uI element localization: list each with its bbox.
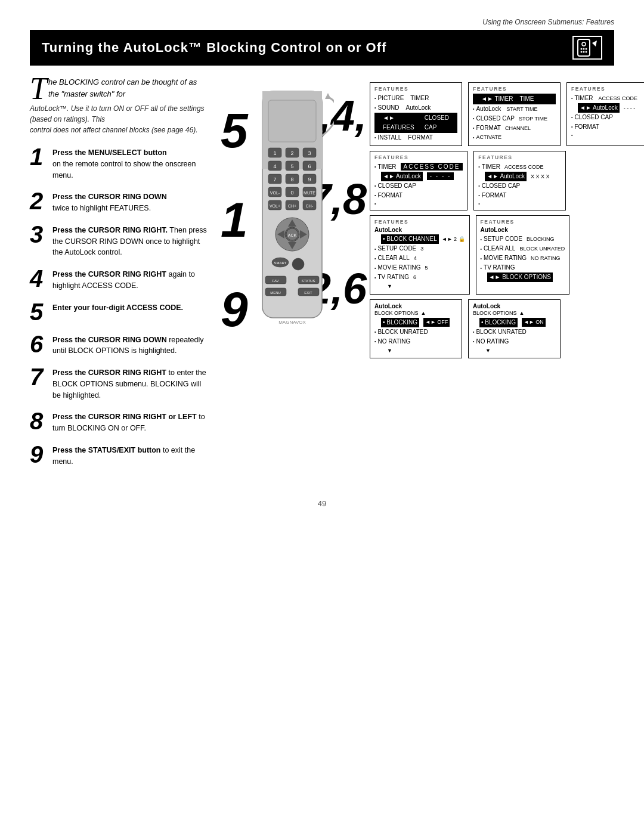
panel7-block-opts: ◄► BLOCK OPTIONS xyxy=(481,272,565,282)
intro-line3: control does not affect channel blocks (… xyxy=(30,125,209,135)
step-1: 1 Press the MENU/SELECT button on the re… xyxy=(30,145,209,181)
panel8-autolock: AutoLock xyxy=(374,303,457,309)
svg-text:STATUS: STATUS xyxy=(302,279,315,283)
step-num-5: 5 xyxy=(30,300,47,324)
title-bar: Turning the AutoLock™ Blocking Control o… xyxy=(30,30,614,66)
step-bold-4: Press the CURSOR RING RIGHT xyxy=(52,270,166,278)
panels-row4: AutoLock BLOCK OPTIONS ▲ • BLOCKING ◄► O… xyxy=(370,299,644,358)
step-8: 8 Press the CURSOR RING RIGHT or LEFT to… xyxy=(30,409,209,434)
svg-point-5 xyxy=(581,51,583,53)
panel5-autolock: ◄► AutoLock X X X X xyxy=(478,172,561,181)
panel4-autolock: ◄► AutoLock - - - - xyxy=(374,172,463,181)
panel9-blocking: • BLOCKING ◄► ON xyxy=(473,318,556,327)
step-text-3: Press the CURSOR RING RIGHT. Then press … xyxy=(52,222,209,258)
panel6-down-arrow: ▼ xyxy=(374,282,465,290)
svg-text:1: 1 xyxy=(273,150,276,156)
step-num-2: 2 xyxy=(30,189,47,213)
step-text-8: Press the CURSOR RING RIGHT or LEFT to t… xyxy=(52,409,209,434)
step-2: 2 Press the CURSOR RING DOWN twice to hi… xyxy=(30,189,209,214)
page: Using the Onscreen Submenus: Features Tu… xyxy=(0,0,644,833)
panel7-setup: SETUP CODEBLOCKING xyxy=(481,234,565,244)
step-6: 6 Press the CURSOR RING DOWN repeatedly … xyxy=(30,332,209,357)
panel-blocking-on: AutoLock BLOCK OPTIONS ▲ • BLOCKING ◄► O… xyxy=(468,299,561,358)
panel4-blank xyxy=(374,200,463,207)
panel6-block-channel: • BLOCK CHANNEL ◄► 2 🔒 xyxy=(374,234,465,244)
panels-row2: FEATURES TIMER ACCESS CODE ◄► AutoLock -… xyxy=(370,151,644,210)
panel-access-code: FEATURES TIMERACCESS CODE ◄► AutoLock- -… xyxy=(566,82,644,146)
step-bold-9: Press the STATUS/EXIT button xyxy=(52,446,161,454)
panel2-blank: ACTIVATE xyxy=(473,133,556,141)
panel5-timer: TIMER ACCESS CODE xyxy=(478,162,561,172)
step-text-9: Press the STATUS/EXIT button to exit the… xyxy=(52,442,209,467)
svg-point-7 xyxy=(586,51,587,53)
panel3-blank xyxy=(571,132,644,138)
svg-point-2 xyxy=(581,48,583,50)
panel-blocking-off: AutoLock BLOCK OPTIONS ▲ • BLOCKING ◄► O… xyxy=(370,299,462,358)
step-normal-2: twice to highlight FEATURES. xyxy=(52,204,151,212)
panel-block-options: FEATURES AutoLock SETUP CODEBLOCKING CLE… xyxy=(476,215,570,294)
panel3-autolock: ◄► AutoLock- - - - xyxy=(571,103,644,113)
step-5: 5 Enter your four-digit ACCESS CODE. xyxy=(30,300,209,324)
step-bold-1: Press the MENU/SELECT button xyxy=(52,148,167,157)
svg-point-3 xyxy=(583,48,585,50)
remote-section: 5 1 9 3,4, 7,8 2,6 MAGNAVOX xyxy=(215,88,370,340)
step-bold-5: Enter your four-digit ACCESS CODE. xyxy=(52,304,183,312)
remote-image: MAGNAVOX 1 2 3 4 5 xyxy=(250,88,334,340)
step-4: 4 Press the CURSOR RING RIGHT again to h… xyxy=(30,267,209,292)
step-text-2: Press the CURSOR RING DOWN twice to high… xyxy=(52,189,167,214)
panel4-timer: TIMER ACCESS CODE xyxy=(374,162,463,172)
svg-text:ACK: ACK xyxy=(288,233,297,237)
svg-text:0: 0 xyxy=(290,190,293,196)
svg-point-6 xyxy=(583,51,585,53)
svg-point-4 xyxy=(586,48,587,50)
step-num-3: 3 xyxy=(30,222,47,246)
step-num-7: 7 xyxy=(30,365,47,389)
panel3-format: FORMAT xyxy=(571,122,644,132)
svg-text:SMART: SMART xyxy=(274,261,287,265)
panel4-title: FEATURES xyxy=(374,154,463,160)
svg-point-52 xyxy=(292,258,304,270)
panel4-closed: CLOSED CAP xyxy=(374,181,463,191)
svg-text:9: 9 xyxy=(308,176,311,182)
svg-rect-0 xyxy=(578,39,590,56)
intro-line2: AutoLock™. Use it to turn ON or OFF all … xyxy=(30,103,209,125)
panel8-block-options-label: BLOCK OPTIONS ▲ xyxy=(374,310,457,316)
panel5-blank xyxy=(478,200,561,207)
panel9-no-rating: NO RATING xyxy=(473,337,556,346)
panel-code-x: FEATURES TIMER ACCESS CODE ◄► AutoLock X… xyxy=(473,151,566,210)
intro-text: T he BLOCKING control can be thought of … xyxy=(30,76,209,135)
panel2-timer: ◄► TIMERTIME xyxy=(473,94,556,104)
step-bold-8: Press the CURSOR RING RIGHT or LEFT xyxy=(52,413,197,421)
access-code-label: ACCESS CODE xyxy=(401,163,463,171)
step-num-1: 1 xyxy=(30,145,47,169)
panel5-format: FORMAT xyxy=(478,191,561,200)
panel6-subtitle: AutoLock xyxy=(374,227,465,233)
panels-row1: FEATURES PICTURETIMER SOUNDAutoLock ◄► F… xyxy=(370,82,644,146)
panel7-clear: CLEAR ALLBLOCK UNRATED xyxy=(481,244,565,253)
svg-marker-62 xyxy=(325,93,331,99)
svg-text:EXIT: EXIT xyxy=(304,291,312,295)
panel8-down: ▼ xyxy=(374,346,457,355)
svg-text:MENU: MENU xyxy=(270,291,281,295)
step-text-7: Press the CURSOR RING RIGHT to enter the… xyxy=(52,365,209,401)
dashes-value: - - - - xyxy=(427,172,454,180)
panel6-movie: MOVIE RATING5 xyxy=(374,263,465,272)
intro-line1: he BLOCKING control can be thought of as… xyxy=(48,78,197,98)
svg-text:FAV: FAV xyxy=(273,279,279,283)
panel6-tv: TV RATING6 xyxy=(374,272,465,282)
step-bold-2: Press the CURSOR RING DOWN xyxy=(52,193,167,201)
panel2-format: FORMATCHANNEL xyxy=(473,123,556,133)
svg-rect-61 xyxy=(268,100,316,142)
panel1-item-install: INSTALLFORMAT xyxy=(374,133,457,143)
panels-area: FEATURES PICTURETIMER SOUNDAutoLock ◄► F… xyxy=(370,82,644,358)
drop-cap: T xyxy=(30,76,47,101)
panel8-blocking: • BLOCKING ◄► OFF xyxy=(374,318,457,327)
panel6-title: FEATURES xyxy=(374,219,465,225)
panel3-closed-cap: CLOSED CAP xyxy=(571,113,644,122)
panel1-item-sound: SOUNDAutoLock xyxy=(374,103,457,113)
step-7: 7 Press the CURSOR RING RIGHT to enter t… xyxy=(30,365,209,401)
panel6-clear: CLEAR ALL4 xyxy=(374,253,465,263)
svg-text:VOL-: VOL- xyxy=(270,191,280,195)
page-title: Turning the AutoLock™ Blocking Control o… xyxy=(42,40,386,55)
panel1-item-picture: PICTURETIMER xyxy=(374,94,457,103)
